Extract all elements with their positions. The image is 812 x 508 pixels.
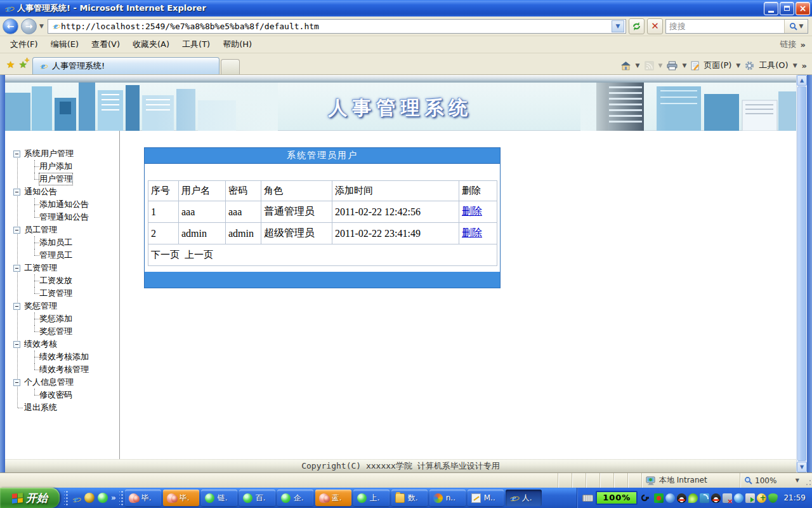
menu-item[interactable]: 文件(F): [4, 37, 44, 52]
tray-icon-messenger[interactable]: [734, 493, 743, 503]
commandbar-overflow-icon[interactable]: »: [802, 61, 807, 70]
minimize-button[interactable]: [764, 2, 778, 15]
back-button[interactable]: ←: [3, 18, 18, 34]
tray-icon-qq-pet[interactable]: [677, 493, 686, 503]
taskbar-button[interactable]: 蓝.: [315, 490, 351, 506]
url-field[interactable]: ▼: [48, 19, 626, 34]
taskbar-button[interactable]: 毕.: [125, 490, 161, 506]
search-button[interactable]: ▼: [784, 20, 808, 33]
taskbar-button[interactable]: 上.: [353, 490, 390, 506]
menu-item[interactable]: 帮助(H): [216, 37, 258, 52]
collapse-icon[interactable]: [13, 189, 20, 196]
collapse-icon[interactable]: [13, 379, 20, 386]
taskbar-button[interactable]: 毕.: [163, 490, 199, 506]
quick-launch-ie-icon[interactable]: [71, 493, 81, 503]
new-tab-stub[interactable]: [221, 59, 240, 74]
sidebar-item[interactable]: 奖惩添加: [5, 312, 119, 325]
collapse-icon[interactable]: [13, 303, 20, 310]
print-icon[interactable]: [667, 61, 678, 70]
sidebar-item[interactable]: 工资管理: [5, 287, 119, 300]
taskbar-button[interactable]: 人.: [506, 490, 542, 506]
sidebar-item[interactable]: 个人信息管理: [5, 376, 119, 389]
tray-icon-disk[interactable]: [745, 493, 755, 503]
tray-icon-wireless[interactable]: [700, 493, 709, 503]
favorites-star-icon[interactable]: ★: [6, 59, 15, 70]
keyboard-layout-icon[interactable]: [582, 495, 593, 502]
sidebar-item[interactable]: 系统用户管理: [5, 147, 119, 160]
links-label[interactable]: 链接: [780, 39, 797, 50]
taskbar-button[interactable]: M..: [468, 490, 504, 506]
gear-icon[interactable]: [745, 61, 754, 70]
sidebar-item[interactable]: 管理通知公告: [5, 211, 119, 224]
sidebar-item[interactable]: 添加通知公告: [5, 198, 119, 211]
page-icon[interactable]: [691, 61, 699, 70]
vertical-scrollbar[interactable]: ▲ ▼: [796, 75, 807, 472]
home-dropdown-icon[interactable]: ▼: [636, 62, 640, 69]
taskbar-button[interactable]: 百.: [239, 490, 275, 506]
refresh-button[interactable]: [629, 18, 645, 34]
quick-launch-qq-icon[interactable]: [98, 493, 108, 503]
tray-icon-flame[interactable]: [688, 493, 698, 503]
taskbar-button[interactable]: n..: [429, 490, 466, 506]
rss-icon[interactable]: [645, 61, 654, 70]
sidebar-item[interactable]: 工资管理: [5, 262, 119, 274]
url-dropdown-icon[interactable]: ▼: [612, 20, 624, 32]
sidebar-item[interactable]: 绩效考核添加: [5, 351, 119, 363]
menu-item[interactable]: 查看(V): [85, 37, 126, 52]
sidebar-item[interactable]: 修改密码: [5, 389, 119, 401]
quick-launch-overflow-icon[interactable]: »: [111, 493, 116, 502]
tray-icon-globe[interactable]: [665, 493, 675, 503]
collapse-icon[interactable]: [13, 265, 20, 272]
links-chevron-icon[interactable]: »: [801, 40, 806, 50]
sidebar-item[interactable]: 通知公告: [5, 185, 119, 198]
search-input[interactable]: [666, 22, 784, 31]
quick-launch-music-icon[interactable]: [84, 493, 95, 503]
collapse-icon[interactable]: [13, 227, 20, 234]
tray-icon-network-error[interactable]: [723, 493, 732, 503]
sidebar-item[interactable]: 工资发放: [5, 274, 119, 287]
delete-link[interactable]: 删除: [462, 206, 482, 217]
sidebar-item[interactable]: 奖惩管理: [5, 300, 119, 312]
zoom-control[interactable]: 100% ▼: [740, 473, 803, 488]
add-favorite-icon[interactable]: ★: [18, 59, 27, 70]
zoom-dropdown-icon[interactable]: ▼: [796, 478, 799, 483]
collapse-icon[interactable]: [13, 341, 20, 348]
taskbar-button[interactable]: 链.: [201, 490, 237, 506]
next-page-link[interactable]: 下一页: [151, 249, 180, 260]
page-menu-label[interactable]: 页面(P): [704, 60, 731, 71]
page-dropdown-icon[interactable]: ▼: [736, 62, 740, 69]
sidebar-item[interactable]: 退出系统: [5, 401, 119, 414]
collapse-icon[interactable]: [13, 150, 20, 157]
search-box[interactable]: ▼: [665, 19, 808, 34]
sidebar-item[interactable]: 添加员工: [5, 236, 119, 249]
tools-dropdown-icon[interactable]: ▼: [793, 62, 797, 69]
search-dropdown-icon[interactable]: ▼: [799, 23, 804, 29]
scrollbar-thumb[interactable]: [797, 86, 806, 461]
tools-menu-label[interactable]: 工具(O): [759, 60, 788, 71]
sidebar-item[interactable]: 绩效考核管理: [5, 363, 119, 376]
sidebar-item[interactable]: 管理员工: [5, 249, 119, 262]
history-dropdown-icon[interactable]: ▼: [39, 23, 44, 29]
sidebar-item[interactable]: 用户管理: [5, 173, 119, 185]
close-button[interactable]: ×: [796, 2, 810, 15]
tray-icon-shield[interactable]: [768, 493, 778, 503]
active-tab[interactable]: 人事管理系统!: [32, 57, 219, 74]
forward-button[interactable]: →: [21, 18, 37, 34]
tray-icon-qq[interactable]: [711, 493, 721, 503]
url-input[interactable]: [61, 22, 612, 31]
taskbar-button[interactable]: 数.: [391, 490, 428, 506]
print-dropdown-icon[interactable]: ▼: [682, 62, 686, 69]
sidebar-item[interactable]: 奖惩管理: [5, 325, 119, 338]
menu-item[interactable]: 编辑(E): [44, 37, 85, 52]
battery-indicator[interactable]: 100%: [596, 491, 638, 505]
resize-grip[interactable]: [803, 473, 812, 488]
menu-item[interactable]: 工具(T): [176, 37, 216, 52]
sidebar-item[interactable]: 用户添加: [5, 160, 119, 173]
start-button[interactable]: 开始: [0, 488, 60, 508]
stop-button[interactable]: ✕: [647, 18, 663, 34]
menu-item[interactable]: 收藏夹(A): [126, 37, 176, 52]
sidebar-item[interactable]: 员工管理: [5, 224, 119, 236]
prev-page-link[interactable]: 上一页: [185, 249, 213, 260]
taskbar-clock[interactable]: 21:59: [783, 493, 806, 502]
restore-button[interactable]: [780, 2, 794, 15]
